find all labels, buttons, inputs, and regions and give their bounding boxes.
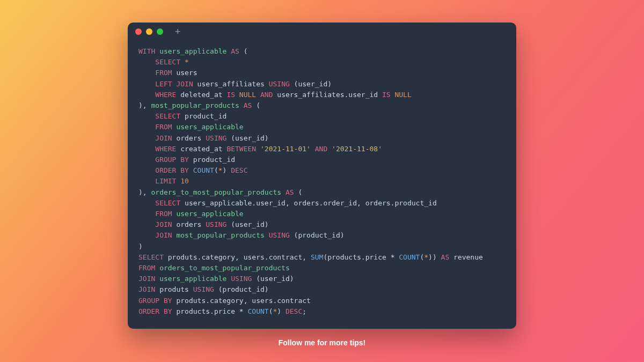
code-token: ( [239, 47, 248, 55]
code-token: (products.price [323, 253, 390, 261]
code-line: WHERE created_at BETWEEN '2021-11-01' AN… [138, 144, 506, 154]
code-line: GROUP BY product_id [138, 154, 506, 165]
code-token: COUNT [193, 166, 214, 174]
code-token: * [218, 166, 223, 174]
code-token: ) [223, 166, 231, 174]
code-token: USING [206, 220, 226, 228]
code-token: SELECT [155, 199, 180, 207]
code-token [138, 91, 155, 99]
code-token [138, 112, 155, 120]
code-editor[interactable]: WITH users_applicable AS ( SELECT * FROM… [128, 41, 516, 329]
code-token: NULL [394, 91, 411, 99]
code-token: BY [180, 166, 189, 174]
code-token: DESC [286, 307, 302, 315]
code-token [281, 188, 286, 196]
code-token: JOIN [155, 134, 172, 142]
code-token: FROM [138, 264, 155, 272]
code-token: product_id [189, 156, 235, 164]
code-token: SELECT [155, 58, 180, 66]
code-token [138, 69, 155, 77]
code-token: NULL [239, 91, 256, 99]
close-icon[interactable] [135, 28, 142, 35]
code-token: USING [231, 275, 252, 283]
minimize-icon[interactable] [146, 28, 152, 35]
code-token [138, 166, 155, 174]
code-token: IS [382, 91, 391, 99]
footer-caption: Follow me for more tips! [279, 338, 366, 347]
code-token [235, 91, 239, 99]
code-line: JOIN produts USING (product_id) [138, 284, 506, 295]
code-token: 10 [180, 177, 189, 185]
code-line: GROUP BY produts.category, users.contrac… [138, 295, 506, 306]
code-token: JOIN [176, 80, 193, 88]
code-token: (user_id) [226, 134, 268, 142]
code-token [138, 199, 155, 207]
code-token: ) [277, 307, 286, 315]
code-token: USING [206, 134, 226, 142]
code-token: (product_id) [214, 285, 269, 293]
code-token: '2021-11-08' [332, 145, 382, 153]
code-token: ( [214, 166, 218, 174]
code-token [327, 145, 332, 153]
code-token: AND [315, 145, 327, 153]
code-token: SUM [311, 253, 323, 261]
code-token: WHERE [155, 145, 176, 153]
code-token: most_popular_products [176, 231, 264, 239]
code-token: * [239, 307, 244, 315]
code-line: JOIN most_popular_products USING (produc… [138, 230, 506, 241]
code-line: SELECT produts.category, users.contract,… [138, 252, 506, 263]
code-token: ORDER [155, 166, 176, 174]
code-line: FROM users_applicable [138, 122, 506, 132]
code-token: JOIN [155, 231, 172, 239]
code-token [138, 156, 155, 164]
code-token: SELECT [138, 253, 164, 261]
code-token: BY [164, 307, 172, 315]
code-line: JOIN users_applicable USING (user_id) [138, 274, 506, 284]
code-line: FROM users [138, 68, 506, 78]
code-token: BETWEEN [226, 145, 256, 153]
code-token: (product_id) [290, 231, 345, 239]
code-token: ; [302, 307, 306, 315]
code-window: + WITH users_applicable AS ( SELECT * FR… [128, 23, 516, 329]
code-token: FROM [155, 69, 172, 77]
code-token: IS [226, 91, 235, 99]
code-token: ( [252, 101, 260, 109]
code-token: (user_id) [290, 80, 332, 88]
code-line: FROM orders_to_most_popular_products [138, 263, 506, 274]
code-token [189, 166, 193, 174]
code-token: users_applicable [176, 123, 243, 131]
code-token: )) [428, 253, 441, 261]
code-token: orders_to_most_popular_products [151, 188, 281, 196]
code-token [138, 58, 155, 66]
code-token [256, 145, 260, 153]
code-token [159, 307, 164, 315]
new-tab-button[interactable]: + [175, 27, 181, 36]
code-token [256, 91, 260, 99]
code-token: '2021-11-01' [260, 145, 311, 153]
code-token [159, 297, 164, 305]
code-token: USING [269, 80, 290, 88]
code-token [138, 134, 155, 142]
code-token: produts [155, 285, 193, 293]
code-token: orders [172, 220, 206, 228]
code-token [138, 123, 155, 131]
code-line: WITH users_applicable AS ( [138, 46, 506, 57]
code-token: WITH [138, 47, 155, 55]
code-token: LIMIT [155, 177, 176, 185]
code-line: JOIN orders USING (user_id) [138, 219, 506, 230]
code-line: ORDER BY COUNT(*) DESC [138, 165, 506, 176]
code-token: JOIN [138, 285, 155, 293]
code-token: users_applicable [176, 210, 243, 218]
zoom-icon[interactable] [157, 28, 163, 35]
code-token: orders_to_most_popular_products [159, 264, 290, 272]
code-token: users_applicable [159, 275, 226, 283]
code-token [155, 47, 159, 55]
code-token: JOIN [138, 275, 155, 283]
code-token [138, 220, 155, 228]
code-token [138, 210, 155, 218]
code-token: created_at [176, 145, 226, 153]
traffic-lights [135, 28, 163, 35]
code-token: AS [286, 188, 294, 196]
code-token [138, 80, 155, 88]
code-line: LEFT JOIN users_affiliates USING (user_i… [138, 79, 506, 90]
